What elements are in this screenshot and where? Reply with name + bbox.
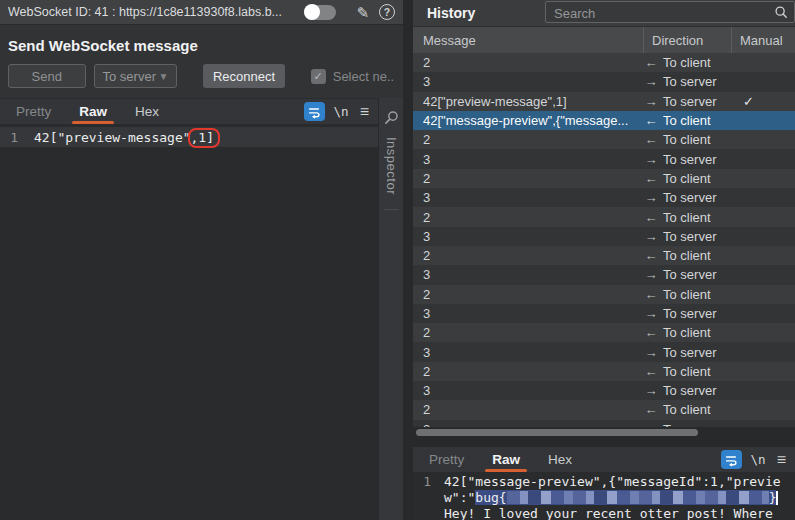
tab-pretty[interactable]: Pretty <box>2 99 65 124</box>
arrow-right-icon: → <box>643 94 659 109</box>
arrow-left-icon: ← <box>643 113 659 128</box>
column-header-manual[interactable]: Manual <box>731 27 795 53</box>
selected-text: bug{} <box>475 490 776 505</box>
compose-heading: Send WebSocket message <box>8 37 395 54</box>
word-wrap-icon[interactable] <box>721 450 742 469</box>
send-button[interactable]: Send <box>8 64 86 88</box>
newline-toggle-icon[interactable]: \n <box>751 452 766 467</box>
websocket-id-title: WebSocket ID: 41 : https://1c8e113930f8.… <box>8 5 298 19</box>
history-row[interactable]: 2←To client <box>413 53 795 72</box>
panel-divider[interactable] <box>403 0 413 520</box>
row-direction: →To server <box>643 229 731 244</box>
row-message: 2 <box>413 287 643 302</box>
history-row[interactable]: 3→To server <box>413 72 795 91</box>
history-row[interactable]: 3→To server <box>413 265 795 284</box>
row-message: 2 <box>413 364 643 379</box>
history-row[interactable]: 2←To client <box>413 130 795 149</box>
history-row[interactable]: 3→To server <box>413 188 795 207</box>
row-message: 2 <box>413 325 643 340</box>
history-row[interactable]: 2←To client <box>413 400 795 419</box>
arrow-right-icon: → <box>643 345 659 360</box>
tab-raw[interactable]: Raw <box>65 99 121 124</box>
row-direction: ←To client <box>643 113 731 128</box>
checkbox-checked-icon[interactable]: ✓ <box>311 69 326 84</box>
column-header-message[interactable]: Message <box>413 33 643 48</box>
newline-toggle-icon[interactable]: \n <box>334 104 349 119</box>
preview-tabbar: PrettyRawHex \n ≡ <box>413 447 795 472</box>
arrow-right-icon: → <box>643 267 659 282</box>
horizontal-scrollbar[interactable] <box>416 429 698 436</box>
editor-tabbar: PrettyRawHex \n ≡ <box>0 99 378 124</box>
search-icon[interactable] <box>774 5 788 19</box>
history-row[interactable]: 42["message-preview",{"message...←To cli… <box>413 111 795 130</box>
history-row[interactable]: 3→To server <box>413 304 795 323</box>
history-rows: 2←To client3→To server42["preview-messag… <box>413 53 795 427</box>
menu-icon[interactable]: ≡ <box>777 452 786 468</box>
row-message: 2 <box>413 132 643 147</box>
history-row[interactable]: 42["preview-message",1]→To server✓ <box>413 92 795 111</box>
history-row[interactable]: 2←To client <box>413 285 795 304</box>
search-input[interactable] <box>545 1 795 23</box>
preview-line-3: Hey! I loved your recent otter post! Whe… <box>413 506 795 520</box>
history-row[interactable]: 3→To server <box>413 420 795 427</box>
row-direction: ←To client <box>643 287 731 302</box>
history-panel: History Message Direction Manual 2←To cl… <box>413 0 795 520</box>
history-row[interactable]: 2←To client <box>413 246 795 265</box>
preview-raw-editor[interactable]: 1 42["message-preview",{"messageId":1,"p… <box>413 472 795 520</box>
arrow-right-icon: → <box>643 152 659 167</box>
row-message: 3 <box>413 152 643 167</box>
tab-pretty[interactable]: Pretty <box>415 447 478 472</box>
menu-icon[interactable]: ≡ <box>360 104 369 120</box>
history-row[interactable]: 3→To server <box>413 149 795 168</box>
chevron-down-icon: ▼ <box>158 71 168 82</box>
row-message: 42["preview-message",1] <box>413 94 643 109</box>
tab-raw[interactable]: Raw <box>478 447 534 472</box>
tab-inspector[interactable]: Inspector <box>384 98 399 210</box>
row-message: 3 <box>413 229 643 244</box>
row-direction: →To server <box>643 94 731 109</box>
row-direction: ←To client <box>643 132 731 147</box>
row-direction: →To server <box>643 345 731 360</box>
history-title: History <box>427 5 545 21</box>
edit-pencil-icon[interactable]: ✎ <box>356 5 369 20</box>
message-code: 42["preview-message",1] <box>34 130 220 145</box>
history-row[interactable]: 2←To client <box>413 362 795 381</box>
arrow-left-icon: ← <box>643 287 659 302</box>
arrow-right-icon: → <box>643 306 659 321</box>
row-message: 2 <box>413 248 643 263</box>
text-cursor <box>776 491 778 505</box>
arrow-right-icon: → <box>643 383 659 398</box>
redacted-content <box>507 491 769 504</box>
panel-divider-horizontal[interactable] <box>413 438 795 447</box>
help-icon[interactable]: ? <box>379 4 395 20</box>
column-header-direction[interactable]: Direction <box>643 27 731 53</box>
horizontal-scroll-area <box>413 427 795 438</box>
row-message: 2 <box>413 171 643 186</box>
compose-section: Send WebSocket message Send To server ▼ … <box>0 25 403 98</box>
direction-select-value: To server <box>103 69 156 84</box>
row-direction: ←To client <box>643 325 731 340</box>
history-row[interactable]: 3→To server <box>413 381 795 400</box>
connection-toggle[interactable] <box>304 5 336 20</box>
arrow-left-icon: ← <box>643 132 659 147</box>
compose-toolbar: Send To server ▼ Reconnect ✓ Select ne..… <box>8 64 395 88</box>
select-next-option[interactable]: ✓ Select ne... <box>311 69 395 84</box>
row-direction: ←To client <box>643 210 731 225</box>
history-row[interactable]: 2←To client <box>413 207 795 226</box>
history-row[interactable]: 2←To client <box>413 323 795 342</box>
row-message: 2 <box>413 210 643 225</box>
history-row[interactable]: 2←To client <box>413 169 795 188</box>
direction-select[interactable]: To server ▼ <box>94 64 178 88</box>
history-row[interactable]: 3→To server <box>413 227 795 246</box>
reconnect-button[interactable]: Reconnect <box>203 64 284 88</box>
preview-line-1: 1 42["message-preview",{"messageId":1,"p… <box>413 474 795 490</box>
row-message: 3 <box>413 74 643 89</box>
arrow-left-icon: ← <box>643 402 659 417</box>
code-line[interactable]: 1 42["preview-message",1] <box>0 127 378 147</box>
word-wrap-icon[interactable] <box>304 102 325 121</box>
history-row[interactable]: 3→To server <box>413 342 795 361</box>
tab-hex[interactable]: Hex <box>121 99 173 124</box>
tab-hex[interactable]: Hex <box>534 447 586 472</box>
raw-message-editor[interactable]: 1 42["preview-message",1] <box>0 124 378 520</box>
row-message: 2 <box>413 55 643 70</box>
